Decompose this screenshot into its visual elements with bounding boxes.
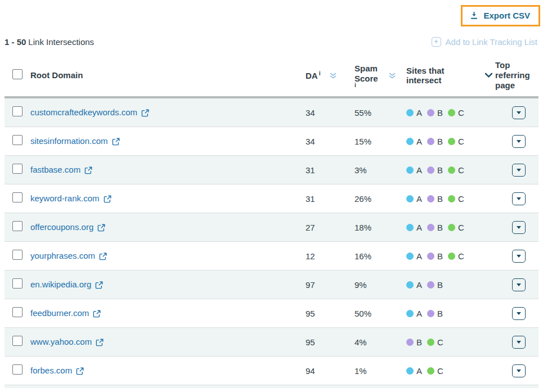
domain-link[interactable]: sitesinformation.com [30, 136, 120, 146]
sites-list: ABC [406, 251, 464, 261]
da-info-icon[interactable]: i [319, 70, 321, 76]
domain-text: yourphrases.com [30, 251, 95, 260]
row-checkbox[interactable] [12, 164, 23, 174]
row-checkbox-cell [5, 250, 30, 262]
external-link-icon[interactable] [84, 166, 92, 174]
domain-link[interactable]: www.yahoo.com [30, 337, 104, 346]
row-top-referring-cell [495, 221, 538, 234]
site-label: C [458, 251, 464, 261]
site-item: A [406, 223, 422, 232]
row-checkbox[interactable] [12, 135, 23, 145]
site-item: C [448, 194, 464, 204]
domain-link[interactable]: en.wikipedia.org [30, 280, 103, 289]
add-to-tracking-list-button[interactable]: + Add to Link Tracking List [432, 37, 537, 47]
top-referring-dropdown-button[interactable] [512, 164, 526, 177]
external-link-icon[interactable] [141, 109, 149, 117]
site-label: C [458, 194, 464, 204]
row-top-referring-cell [495, 250, 538, 263]
results-range-title: 1 - 50Link Intersections [5, 37, 94, 47]
site-dot [427, 367, 434, 375]
table-row: offercoupons.org 27 18% ABC [5, 213, 538, 242]
export-csv-button[interactable]: Export CSV [463, 7, 538, 24]
domain-link[interactable]: keyword-rank.com [30, 193, 111, 203]
external-link-icon[interactable] [96, 339, 104, 346]
row-spam-cell: 4% [354, 337, 406, 347]
row-domain-cell: yourphrases.com [30, 251, 306, 261]
top-referring-dropdown-button[interactable] [512, 250, 526, 263]
site-dot [427, 195, 434, 202]
row-checkbox[interactable] [12, 106, 23, 116]
top-referring-dropdown-button[interactable] [512, 221, 526, 234]
add-to-tracking-list-label: Add to Link Tracking List [446, 37, 537, 47]
row-sites-cell: AC [406, 366, 495, 376]
sites-list: ABC [406, 165, 464, 175]
row-sites-cell: ABC [406, 251, 495, 261]
domain-link[interactable]: fastbase.com [30, 165, 92, 174]
sites-chevron-down-icon[interactable] [484, 73, 493, 78]
row-domain-cell: forbes.com [30, 366, 306, 376]
caret-down-icon [517, 111, 521, 114]
row-da-cell: 34 [306, 137, 354, 146]
sites-list: ABC [406, 108, 464, 118]
row-checkbox[interactable] [12, 250, 23, 260]
row-checkbox[interactable] [12, 192, 23, 202]
top-referring-dropdown-button[interactable] [512, 307, 526, 320]
row-sites-cell: ABC [406, 137, 495, 146]
external-link-icon[interactable] [95, 281, 103, 289]
row-checkbox[interactable] [12, 307, 23, 317]
domain-link[interactable]: customcraftedkeywords.com [30, 107, 149, 117]
da-sort-icon[interactable] [329, 72, 337, 79]
site-dot [448, 195, 455, 202]
site-label: B [437, 108, 443, 118]
external-link-icon[interactable] [93, 310, 101, 318]
sites-list: BC [406, 337, 443, 347]
row-checkbox[interactable] [12, 278, 23, 289]
row-da-cell: 95 [306, 337, 354, 347]
export-csv-label: Export CSV [483, 11, 530, 20]
row-da-cell: 27 [306, 223, 354, 232]
domain-link[interactable]: feedburner.com [30, 308, 101, 318]
domain-link[interactable]: yourphrases.com [30, 251, 107, 260]
sites-list: ABC [406, 223, 464, 232]
row-checkbox[interactable] [12, 336, 23, 346]
external-link-icon[interactable] [99, 253, 107, 260]
spam-score-sort-icon[interactable] [388, 72, 396, 79]
row-da-cell: 34 [306, 108, 354, 118]
domain-text: feedburner.com [30, 308, 89, 318]
spam-score-info-icon[interactable]: i [354, 83, 383, 87]
row-domain-cell: keyword-rank.com [30, 193, 306, 204]
table-body: customcraftedkeywords.com 34 55% ABC [5, 98, 538, 385]
row-checkbox-cell [5, 336, 30, 348]
external-link-icon[interactable] [104, 195, 111, 203]
site-item: C [427, 366, 443, 376]
site-dot [406, 253, 414, 260]
top-referring-dropdown-button[interactable] [512, 135, 526, 148]
site-dot [406, 310, 414, 317]
site-label: B [437, 251, 443, 261]
row-domain-cell: customcraftedkeywords.com [30, 107, 306, 118]
site-label: A [416, 280, 422, 290]
domain-link[interactable]: offercoupons.org [30, 222, 105, 232]
row-checkbox[interactable] [12, 364, 23, 375]
top-referring-dropdown-button[interactable] [512, 336, 526, 349]
top-referring-dropdown-button[interactable] [512, 278, 526, 291]
external-link-icon[interactable] [97, 224, 105, 232]
row-checkbox[interactable] [12, 221, 23, 231]
top-referring-dropdown-button[interactable] [512, 364, 526, 377]
row-top-referring-cell [495, 336, 538, 349]
domain-text: offercoupons.org [30, 222, 93, 232]
top-referring-dropdown-button[interactable] [512, 106, 526, 119]
external-link-icon[interactable] [112, 138, 120, 146]
site-dot [406, 138, 414, 145]
row-top-referring-cell [495, 106, 538, 119]
top-referring-dropdown-button[interactable] [512, 192, 526, 205]
site-dot [427, 109, 434, 116]
header-sites-that-intersect: Sites that intersect [406, 66, 495, 85]
site-item: C [448, 137, 464, 146]
domain-link[interactable]: forbes.com [30, 366, 84, 375]
sites-list: AB [406, 309, 443, 318]
site-label: C [458, 165, 464, 175]
caret-down-icon [517, 226, 521, 229]
external-link-icon[interactable] [76, 367, 84, 375]
select-all-checkbox[interactable] [12, 69, 23, 79]
